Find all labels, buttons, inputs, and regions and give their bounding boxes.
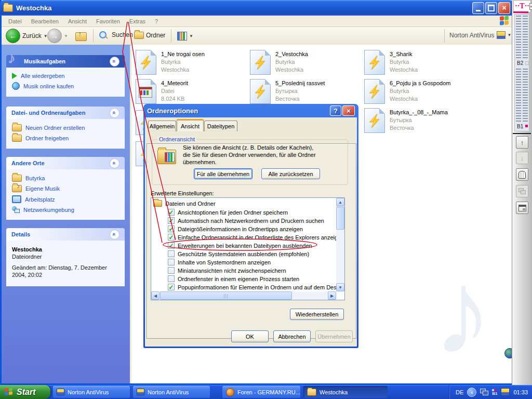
hand-button[interactable] bbox=[516, 168, 528, 181]
minimize-button[interactable] bbox=[472, 2, 484, 14]
dialog-help-button[interactable]: ? bbox=[330, 105, 341, 116]
menu-extras[interactable]: Extras bbox=[125, 17, 150, 26]
other-places-header[interactable]: Andere Orte « bbox=[6, 157, 125, 169]
window-titlebar[interactable]: Westochka × bbox=[0, 0, 513, 16]
option-row[interactable]: Miniaturansichten nicht zwischenspeicher… bbox=[168, 267, 286, 274]
menu-favoriten[interactable]: Favoriten bbox=[91, 17, 125, 26]
scroll-up-button[interactable]: ▲ bbox=[336, 198, 344, 206]
option-row[interactable]: Einfache Ordneransicht in der Ordnerlist… bbox=[168, 234, 341, 241]
place-butyrka[interactable]: Butyrka bbox=[12, 173, 122, 183]
strip-close-icon[interactable]: × bbox=[529, 3, 532, 10]
views-button[interactable]: ▼ bbox=[177, 32, 193, 41]
scroll-thumb[interactable] bbox=[336, 207, 344, 230]
option-row[interactable]: Automatisch nach Netzwerkordnern und Dru… bbox=[168, 217, 324, 224]
option-row[interactable]: Dateigrößeinformationen in Ordnertipps a… bbox=[168, 225, 303, 232]
language-indicator[interactable]: DE bbox=[456, 389, 463, 395]
file-tasks-header[interactable]: Datei- und Ordneraufgaben « bbox=[6, 107, 125, 119]
menu-datei[interactable]: Datei bbox=[4, 17, 26, 26]
taskbar-button-norton-1[interactable]: Norton AntiVirus bbox=[53, 386, 130, 398]
file-tile[interactable]: ⚡ Butyrka_-_08_-_Mama Бутырка Весточка bbox=[364, 108, 448, 133]
file-tile[interactable]: 4_Meteorit Datei 8.024 KB bbox=[136, 79, 188, 104]
restore-defaults-button[interactable]: Wiederherstellen bbox=[290, 309, 344, 320]
ok-button[interactable]: OK bbox=[231, 330, 269, 342]
cancel-button[interactable]: Abbrechen bbox=[273, 330, 311, 342]
file-tile[interactable]: ⚡ 5_Poslednij rassvet Бутырка Весточка bbox=[250, 79, 325, 104]
checkbox[interactable] bbox=[168, 259, 175, 265]
menu-ansicht[interactable]: Ansicht bbox=[63, 17, 91, 26]
music-tasks-header[interactable]: ♪ Musikaufgaben « bbox=[6, 55, 125, 68]
tree-root-row[interactable]: Dateien und Ordner bbox=[153, 200, 216, 207]
task-buy-music[interactable]: Musik online kaufen bbox=[12, 81, 122, 91]
file-tile[interactable]: ⚡ 3_Sharik Butyrka Westochka bbox=[364, 50, 418, 75]
tray-network-icon[interactable] bbox=[480, 389, 488, 395]
scroll-thumb[interactable] bbox=[160, 291, 292, 300]
place-eigene-musik[interactable]: Eigene Musik bbox=[12, 183, 122, 194]
scroll-right-button[interactable]: ▶ bbox=[328, 291, 336, 300]
dialog-close-button[interactable]: × bbox=[342, 105, 355, 116]
collapse-chevron-icon[interactable]: « bbox=[110, 230, 119, 240]
checkbox[interactable] bbox=[168, 217, 175, 224]
apply-to-all-folders-button[interactable]: Für alle übernehmen bbox=[194, 168, 252, 179]
back-button[interactable]: ← Zurück ▼ bbox=[6, 29, 48, 43]
checkbox[interactable] bbox=[168, 242, 175, 249]
reset-all-folders-button[interactable]: Alle zurücksetzen bbox=[261, 168, 320, 179]
search-button[interactable]: Suchen bbox=[99, 31, 133, 38]
checkbox[interactable] bbox=[168, 250, 175, 257]
apply-button[interactable]: Übernehmen bbox=[315, 330, 353, 342]
option-row[interactable]: Ansichtoptionen für jeden Ordner speiche… bbox=[168, 209, 288, 216]
advanced-settings-list[interactable]: Dateien und Ordner Ansichtoptionen für j… bbox=[151, 197, 345, 300]
details-header[interactable]: Details « bbox=[6, 228, 125, 241]
task-share-folder[interactable]: Ordner freigeben bbox=[12, 133, 122, 143]
start-button[interactable]: Start bbox=[0, 385, 50, 399]
collapse-chevron-icon[interactable]: « bbox=[110, 57, 119, 66]
collapse-chevron-icon[interactable]: « bbox=[110, 108, 119, 118]
window-button[interactable] bbox=[516, 202, 528, 214]
taskbar-button-firefox[interactable]: Foren - GERMANY.RU... bbox=[222, 386, 300, 398]
task-new-folder[interactable]: Neuen Ordner erstellen bbox=[12, 123, 122, 133]
norton-toolbar-button[interactable]: Norton AntiVirus ▼ bbox=[449, 31, 511, 39]
place-arbeitsplatz[interactable]: Arbeitsplatz bbox=[12, 194, 122, 205]
folders-button[interactable]: Ordner bbox=[134, 32, 165, 39]
restore-button[interactable] bbox=[485, 2, 497, 14]
vertical-scrollbar[interactable]: ▲ ▼ bbox=[336, 198, 344, 291]
taskbar-button-norton-2[interactable]: Norton AntiVirus bbox=[133, 386, 210, 398]
tab-allgemein[interactable]: Allgemein bbox=[148, 121, 176, 131]
collapse-chevron-icon[interactable]: « bbox=[110, 158, 119, 168]
checkbox[interactable] bbox=[168, 284, 175, 290]
menu-bearbeiten[interactable]: Bearbeiten bbox=[26, 17, 63, 26]
file-tile[interactable]: ⚡ 6_Pojdu ja s Gospodom Butyrka Westochk… bbox=[364, 79, 450, 104]
checkbox[interactable] bbox=[168, 209, 175, 216]
menu-help[interactable]: ? bbox=[150, 17, 163, 26]
upload-arrow-button[interactable]: ↑ bbox=[516, 136, 528, 149]
place-netzwerkumgebung[interactable]: Netzwerkumgebung bbox=[12, 205, 122, 215]
telekom-magenta-bar bbox=[513, 11, 528, 13]
checkbox[interactable] bbox=[168, 225, 175, 232]
task-play-all[interactable]: Alle wiedergeben bbox=[12, 71, 122, 81]
dialog-titlebar[interactable]: Ordneroptionen ? × bbox=[145, 104, 357, 117]
scroll-down-button[interactable]: ▼ bbox=[336, 283, 344, 291]
scroll-left-button[interactable]: ◀ bbox=[151, 291, 159, 300]
option-row[interactable]: Popupinformationen für Elemente in Ordne… bbox=[168, 284, 339, 290]
option-row-highlighted[interactable]: Erweiterungen bei bekannten Dateitypen a… bbox=[168, 242, 312, 249]
network-button[interactable] bbox=[516, 185, 528, 197]
option-row[interactable]: Ordnerfenster in einem eigenen Prozess s… bbox=[168, 275, 299, 282]
checkbox[interactable] bbox=[168, 234, 175, 241]
clock[interactable]: 01:33 bbox=[513, 389, 528, 395]
file-tile[interactable]: ⚡ 2_Vestochka Butyrka Westochka bbox=[250, 50, 308, 75]
file-tile[interactable]: ⚡ 1_Ne trogai osen Butyrka Westochka bbox=[136, 50, 205, 75]
up-button[interactable] bbox=[75, 32, 87, 41]
horizontal-scrollbar[interactable]: ◀ ▶ bbox=[151, 291, 336, 300]
tray-norton-icon[interactable] bbox=[501, 388, 510, 396]
download-arrow-button[interactable]: ↓ bbox=[516, 152, 528, 164]
forward-button[interactable]: → ▼ bbox=[47, 29, 68, 43]
tab-ansicht[interactable]: Ansicht bbox=[177, 119, 204, 131]
close-button[interactable]: × bbox=[498, 2, 510, 14]
option-row[interactable]: Geschützte Systemdateien ausblenden (emp… bbox=[168, 250, 309, 257]
checkbox[interactable] bbox=[168, 275, 175, 282]
tray-chevron-icon[interactable]: ‹ bbox=[467, 388, 476, 397]
tray-b1-icon[interactable]: B1 bbox=[492, 388, 497, 396]
checkbox[interactable] bbox=[168, 267, 175, 274]
option-row[interactable]: Inhalte von Systemordnern anzeigen bbox=[168, 259, 271, 265]
taskbar-button-westochka[interactable]: Westochka bbox=[303, 386, 388, 398]
tab-dateitypen[interactable]: Dateitypen bbox=[204, 121, 237, 131]
